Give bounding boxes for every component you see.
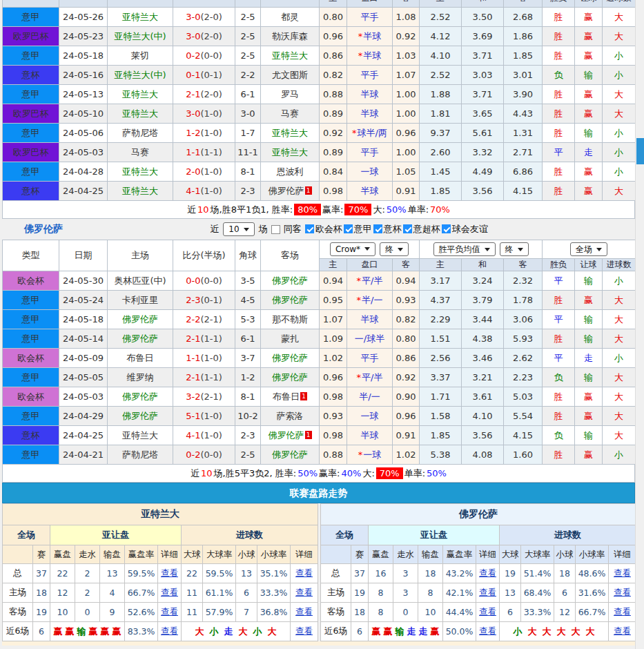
- col-header-score: 比分(半场): [173, 240, 235, 271]
- result-goals: 小: [603, 349, 636, 368]
- view-link[interactable]: 查看: [479, 587, 496, 597]
- result-handicap: 赢: [575, 46, 603, 66]
- view-link[interactable]: 查看: [295, 587, 313, 597]
- table-header-label: 客: [393, 0, 419, 4]
- summary-segment: 50%: [427, 468, 447, 478]
- recent-handicap-sequence: 赢赢输赢赢赢: [50, 622, 125, 641]
- view-link[interactable]: 查看: [295, 568, 313, 578]
- score-cell: 2-3(0-1): [173, 291, 235, 310]
- result-goals-value: 小: [614, 166, 623, 177]
- scrollbar[interactable]: [635, 0, 644, 649]
- away-win-odds: 5.54: [504, 407, 543, 426]
- view-link[interactable]: 查看: [614, 606, 631, 617]
- odds-time-select[interactable]: 终: [380, 242, 409, 256]
- view-link[interactable]: 查看: [614, 626, 631, 636]
- away-team: 那不勒斯: [272, 314, 308, 324]
- matches-count-value: 10: [228, 224, 239, 234]
- view-link[interactable]: 查看: [161, 606, 178, 617]
- draw-odds: 4.10: [462, 407, 504, 426]
- result-wdl: 负: [543, 368, 575, 387]
- view-link[interactable]: 查看: [161, 626, 178, 636]
- table-header-cell: 盘口: [347, 0, 392, 7]
- score-cell: 0-2(0-0): [173, 46, 235, 66]
- panel-data-row: 总372221359.5%查看2259.5%1335.1%查看: [3, 564, 318, 583]
- league-badge: 意甲: [3, 291, 59, 310]
- avg-time-select[interactable]: 终: [500, 242, 529, 256]
- panel-column-header: 输盘: [418, 545, 443, 564]
- league-filter-checkbox[interactable]: [344, 224, 353, 233]
- odds-source-select[interactable]: Crow*: [330, 242, 375, 256]
- league-filter-checkbox[interactable]: [442, 224, 451, 233]
- result-handicap-value: 赢: [584, 391, 593, 402]
- summary-segment: 10: [201, 468, 213, 478]
- league-badge: 意甲: [3, 162, 59, 182]
- league-badge: 意杯: [3, 426, 59, 445]
- home-handicap-odds: 0.96: [320, 27, 347, 46]
- handicap-stat: 10: [418, 603, 443, 622]
- away-handicap-odds: 0.96: [393, 124, 420, 143]
- home-handicap-odds: 0.98: [320, 387, 347, 407]
- league-filter-checkbox[interactable]: [373, 224, 382, 233]
- view-link[interactable]: 查看: [614, 568, 631, 578]
- view-link[interactable]: 查看: [479, 606, 496, 617]
- home-win-odds: 2.56: [420, 349, 462, 368]
- view-link[interactable]: 查看: [161, 587, 178, 597]
- result-handicap: 赢: [575, 291, 603, 310]
- home-team: 佛罗伦萨: [122, 314, 158, 324]
- recent-count: 6: [33, 622, 50, 641]
- view-link[interactable]: 查看: [479, 568, 496, 578]
- subheader-asian-handicap: 亚让盘: [50, 525, 182, 545]
- favorite-star: *: [358, 50, 363, 61]
- games-label: 场: [259, 223, 268, 235]
- league-filter-checkbox[interactable]: [305, 224, 314, 233]
- handicap-line: *球半/两: [347, 124, 393, 143]
- draw-odds: 3.50: [462, 8, 504, 27]
- match-row: 意甲24-05-24卡利亚里2-3(0-1)4-5佛罗伦萨0.95*半/一0.9…: [3, 291, 636, 310]
- draw-odds: 4.08: [462, 445, 504, 465]
- summary-segment: 单率:: [408, 204, 429, 215]
- handicap-stat: 8: [369, 603, 393, 622]
- subheader-fulltime: 全场: [3, 525, 50, 545]
- sequence-glyph: 大: [268, 626, 277, 637]
- draw-odds: 4.38: [462, 329, 504, 349]
- panel-column-header: 小球率: [576, 545, 609, 564]
- row-scope-label: 主场: [321, 583, 351, 603]
- home-handicap-odds: 0.98: [320, 182, 347, 201]
- view-link[interactable]: 查看: [614, 587, 631, 597]
- score-cell: 0-1(0-1): [173, 66, 235, 85]
- same-opponent-checkbox[interactable]: [271, 225, 280, 234]
- subheader-asian-handicap: 亚让盘: [369, 525, 500, 545]
- home-team-cell: 莱切: [108, 46, 173, 66]
- summary-atalanta: 近10场,胜8平1负1, 胜率:80%赢率:70%大:50%单率:70%: [2, 201, 635, 219]
- table-header-label: 主: [320, 0, 347, 4]
- home-team-cell: 布鲁日: [108, 349, 173, 368]
- scrollbar-thumb[interactable]: [636, 138, 644, 164]
- away-team-cell: 罗马: [261, 85, 320, 104]
- half-time-score: (1-1): [200, 147, 222, 157]
- view-link[interactable]: 查看: [479, 626, 496, 636]
- match-date: 24-05-18: [59, 46, 108, 66]
- result-handicap-value: 赢: [584, 295, 593, 305]
- result-wdl: 平: [543, 271, 575, 291]
- view-link[interactable]: 查看: [295, 606, 313, 617]
- full-time-score: 0-1: [186, 70, 200, 80]
- view-link[interactable]: 查看: [161, 568, 178, 578]
- result-goals-value: 大: [614, 372, 623, 382]
- league-filter-checkbox[interactable]: [403, 224, 412, 233]
- chevron-down-icon: [596, 248, 602, 251]
- panel-column-header: 大球: [182, 545, 203, 564]
- result-wdl-value: 胜: [554, 108, 563, 119]
- scope-select[interactable]: 全场: [570, 242, 607, 256]
- corner-score: 2-5: [235, 445, 261, 465]
- score-cell: 2-1(1-1): [173, 368, 235, 387]
- handicap-line-text: 半/一: [362, 295, 382, 305]
- result-goals-value: 大: [614, 314, 623, 324]
- result-handicap: 输: [575, 426, 603, 445]
- score-cell: 4-1(1-0): [173, 426, 235, 445]
- avg-odds-select[interactable]: 胜平负均值: [433, 242, 496, 256]
- away-handicap-odds: 0.93: [393, 291, 420, 310]
- home-team: 亚特兰大: [122, 89, 158, 99]
- view-link[interactable]: 查看: [295, 626, 313, 636]
- corner-score: 2-5: [235, 27, 261, 46]
- matches-count-select[interactable]: 10: [223, 222, 254, 236]
